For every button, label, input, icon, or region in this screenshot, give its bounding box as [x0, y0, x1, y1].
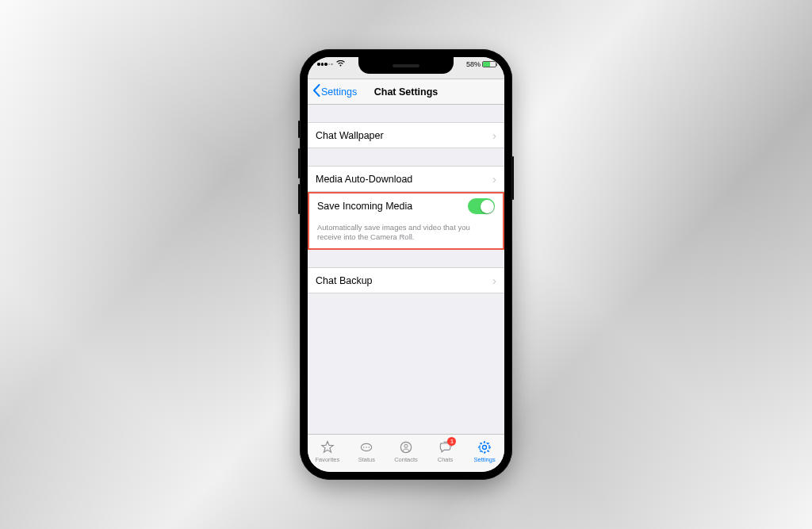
save-media-description: Automatically save images and video that… [309, 220, 503, 249]
volume-up-button [298, 148, 300, 178]
tab-bar: Favorites Status Contacts 1 Chats Settin… [308, 434, 504, 472]
save-media-toggle[interactable] [468, 198, 495, 214]
signal-dot-icon [331, 63, 333, 66]
content-area: Chat Wallpaper › Media Auto-Download › S… [308, 105, 504, 434]
media-autodownload-row[interactable]: Media Auto-Download › [308, 166, 504, 192]
status-right: 58% [466, 60, 496, 68]
mute-switch [298, 121, 300, 138]
tab-settings[interactable]: Settings [465, 435, 504, 467]
signal-dot-icon [317, 63, 320, 66]
svg-point-6 [483, 445, 487, 449]
chevron-right-icon: › [492, 129, 496, 141]
battery-percentage: 58% [466, 60, 481, 68]
status-icon [358, 439, 374, 455]
tab-label: Settings [474, 456, 496, 463]
save-incoming-media-row[interactable]: Save Incoming Media [309, 194, 503, 220]
notch [358, 57, 454, 74]
chats-badge: 1 [447, 437, 456, 446]
svg-point-2 [366, 447, 368, 448]
page-title: Chat Settings [374, 86, 439, 98]
speaker [393, 64, 419, 67]
chat-wallpaper-row[interactable]: Chat Wallpaper › [308, 122, 504, 148]
star-icon [320, 439, 335, 455]
back-button[interactable]: Settings [312, 84, 357, 99]
chevron-right-icon: › [492, 274, 496, 286]
signal-dot-icon [328, 63, 331, 66]
tab-label: Favorites [315, 456, 339, 463]
row-label: Chat Backup [316, 275, 373, 286]
tab-label: Status [358, 456, 375, 463]
navigation-bar: Settings Chat Settings [308, 79, 504, 105]
row-label: Media Auto-Download [316, 174, 412, 185]
tab-contacts[interactable]: Contacts [386, 435, 426, 467]
tab-favorites[interactable]: Favorites [308, 435, 347, 467]
svg-point-5 [404, 444, 408, 447]
chat-backup-row[interactable]: Chat Backup › [308, 267, 504, 293]
contacts-icon [398, 439, 414, 455]
status-left [317, 60, 345, 68]
highlighted-section: Save Incoming Media Automatically save i… [308, 192, 504, 251]
tab-label: Contacts [394, 456, 418, 463]
row-label: Save Incoming Media [317, 201, 412, 212]
phone-frame: 58% Settings Chat Settings Chat Wallpape… [300, 49, 512, 480]
signal-dot-icon [324, 63, 327, 66]
chevron-right-icon: › [492, 173, 496, 185]
svg-point-1 [363, 447, 365, 448]
battery-icon [482, 61, 496, 67]
tab-label: Chats [438, 456, 454, 463]
gear-icon [477, 439, 492, 455]
back-label: Settings [321, 86, 357, 98]
tab-chats[interactable]: 1 Chats [426, 435, 465, 467]
wifi-icon [336, 60, 345, 68]
volume-down-button [298, 184, 300, 214]
svg-point-3 [369, 447, 370, 448]
side-button [512, 156, 514, 200]
tab-status[interactable]: Status [347, 435, 387, 467]
chevron-left-icon [312, 84, 320, 99]
row-label: Chat Wallpaper [316, 130, 384, 141]
screen: 58% Settings Chat Settings Chat Wallpape… [308, 57, 504, 472]
signal-dot-icon [321, 63, 324, 66]
